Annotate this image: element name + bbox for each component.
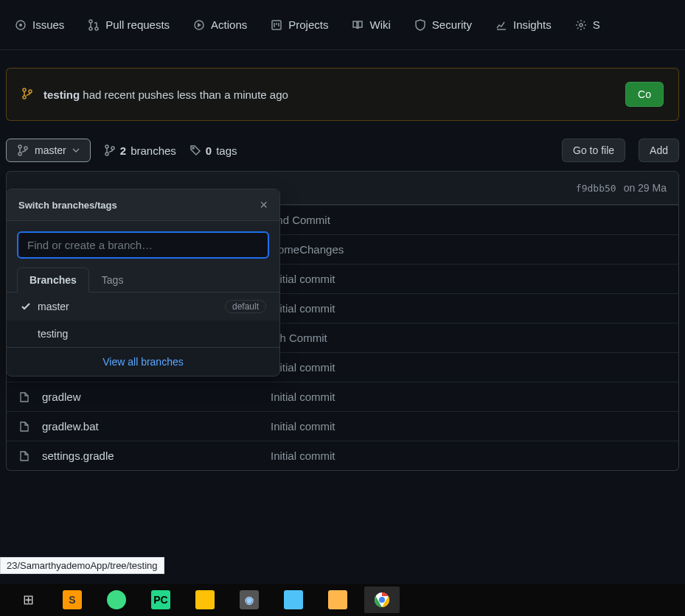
- file-row[interactable]: settings.gradle Initial commit: [7, 441, 678, 470]
- repo-nav: Issues Pull requests Actions Projects Wi…: [0, 0, 685, 50]
- nav-actions[interactable]: Actions: [181, 10, 259, 40]
- nav-security-label: Security: [432, 18, 472, 31]
- file-name[interactable]: gradlew: [42, 391, 271, 403]
- branch-count: 2: [120, 144, 126, 157]
- go-to-file-button[interactable]: Go to file: [562, 139, 625, 162]
- tag-count: 0: [206, 144, 212, 157]
- svg-point-14: [105, 145, 108, 148]
- windows-taskbar: ⊞ S PC ◉: [0, 584, 685, 616]
- file-name[interactable]: gradlew.bat: [42, 420, 271, 433]
- banner-branch-name: testing: [44, 88, 80, 101]
- commit-sha[interactable]: f9dbb50: [576, 183, 616, 194]
- nav-pulls-label: Pull requests: [105, 18, 170, 31]
- add-file-button[interactable]: Add: [639, 139, 679, 162]
- compare-pr-button[interactable]: Co: [625, 82, 664, 107]
- popover-title: Switch branches/tags: [18, 200, 117, 211]
- tab-tags[interactable]: Tags: [89, 267, 136, 293]
- branch-item-testing[interactable]: testing: [7, 321, 279, 347]
- gear-icon: [575, 19, 587, 31]
- check-icon: [20, 301, 38, 312]
- branch-picker-popover: Switch branches/tags × Branches Tags mas…: [6, 189, 280, 377]
- file-icon: [18, 450, 42, 462]
- file-commit-msg[interactable]: Initial commit: [271, 302, 335, 315]
- taskbar-notepad[interactable]: [276, 587, 311, 613]
- taskbar-chrome[interactable]: [364, 587, 400, 613]
- taskbar-explorer[interactable]: [320, 587, 355, 613]
- branch-search-input[interactable]: [17, 231, 269, 259]
- taskbar-notes[interactable]: [187, 587, 223, 613]
- svg-point-2: [89, 20, 92, 23]
- taskbar-camera[interactable]: ◉: [232, 587, 267, 613]
- nav-pulls[interactable]: Pull requests: [76, 10, 181, 40]
- tab-branches[interactable]: Branches: [17, 267, 89, 293]
- svg-point-19: [379, 597, 385, 603]
- nav-security[interactable]: Security: [403, 10, 484, 40]
- branch-icon: [21, 88, 33, 102]
- branches-label: branches: [131, 144, 176, 157]
- wiki-icon: [352, 19, 364, 31]
- nav-wiki[interactable]: Wiki: [340, 10, 402, 40]
- file-commit-msg[interactable]: Initial commit: [271, 449, 335, 462]
- commit-date: on 29 Ma: [624, 182, 667, 194]
- svg-point-12: [18, 153, 21, 155]
- nav-settings-label: S: [593, 18, 600, 31]
- taskbar-sublime[interactable]: S: [55, 587, 90, 613]
- nav-wiki-label: Wiki: [369, 18, 390, 31]
- popover-header: Switch branches/tags ×: [7, 189, 279, 221]
- taskbar-pycharm[interactable]: PC: [143, 587, 178, 613]
- svg-point-4: [95, 27, 98, 30]
- svg-point-1: [19, 24, 22, 27]
- shield-icon: [414, 19, 426, 31]
- default-badge: default: [225, 300, 266, 313]
- close-icon[interactable]: ×: [260, 198, 268, 211]
- banner-message: had recent pushes less than a minute ago: [80, 88, 288, 101]
- svg-point-3: [89, 27, 92, 30]
- file-icon: [18, 391, 42, 403]
- nav-insights[interactable]: Insights: [484, 10, 563, 40]
- branch-item-master[interactable]: master default: [7, 293, 279, 321]
- file-name[interactable]: settings.gradle: [42, 449, 271, 462]
- view-all-branches-link[interactable]: View all branches: [7, 347, 279, 376]
- file-commit-msg[interactable]: Initial commit: [271, 391, 335, 403]
- file-commit-msg[interactable]: Initial commit: [271, 361, 335, 374]
- svg-point-10: [29, 90, 32, 93]
- svg-point-17: [192, 147, 194, 149]
- nav-issues-label: Issues: [32, 18, 64, 31]
- link-tooltip: 23/SamarthyademoApp/tree/testing: [0, 557, 164, 574]
- nav-settings[interactable]: S: [563, 10, 612, 40]
- insights-icon: [496, 19, 507, 31]
- file-commit-msg[interactable]: Initial commit: [271, 273, 335, 285]
- branch-icon: [104, 144, 116, 156]
- svg-point-16: [111, 147, 114, 150]
- file-commit-msg[interactable]: SomeChanges: [271, 243, 344, 256]
- file-row[interactable]: gradlew.bat Initial commit: [7, 411, 678, 441]
- nav-projects[interactable]: Projects: [259, 10, 340, 40]
- nav-issues[interactable]: Issues: [3, 10, 76, 40]
- nav-actions-label: Actions: [211, 18, 247, 31]
- nav-insights-label: Insights: [513, 18, 552, 31]
- branch-icon: [17, 144, 29, 156]
- file-row[interactable]: gradlew Initial commit: [7, 382, 678, 411]
- taskbar-android-studio[interactable]: [99, 587, 134, 613]
- svg-point-8: [23, 88, 26, 91]
- branches-link[interactable]: 2 branches: [104, 144, 176, 157]
- file-commit-msg[interactable]: Initial commit: [271, 420, 335, 433]
- chrome-icon: [373, 591, 391, 609]
- caret-down-icon: [72, 147, 80, 154]
- branch-name-label: testing: [38, 328, 266, 340]
- popover-tabs: Branches Tags: [7, 265, 279, 293]
- issues-icon: [15, 19, 27, 31]
- branch-picker-button[interactable]: master: [6, 139, 91, 162]
- branch-controls: master 2 branches 0 tags Go to file Add: [0, 139, 685, 162]
- tags-label: tags: [216, 144, 237, 157]
- branch-name-label: master: [38, 301, 225, 312]
- actions-icon: [193, 19, 205, 31]
- taskbar-app[interactable]: ⊞: [10, 587, 46, 613]
- tags-link[interactable]: 0 tags: [189, 144, 237, 157]
- popover-search-wrap: [7, 221, 279, 265]
- svg-point-9: [23, 96, 26, 99]
- nav-projects-label: Projects: [288, 18, 328, 31]
- branch-picker-label: master: [35, 144, 66, 156]
- banner-text: testing had recent pushes less than a mi…: [44, 88, 625, 101]
- svg-point-11: [18, 145, 21, 148]
